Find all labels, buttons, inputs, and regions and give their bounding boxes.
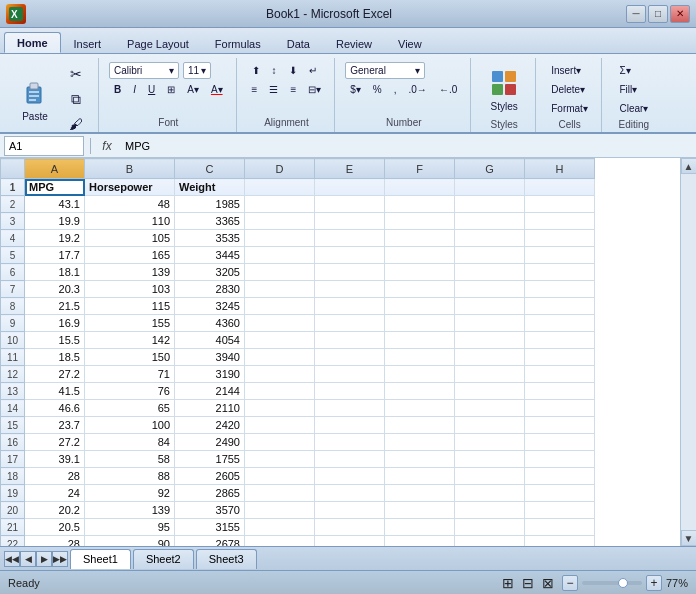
cell-a[interactable]: 19.9: [25, 213, 85, 230]
cell-empty[interactable]: [385, 502, 455, 519]
vertical-scrollbar[interactable]: ▲ ▼: [680, 158, 696, 546]
cell-empty[interactable]: [385, 383, 455, 400]
formula-input[interactable]: [121, 136, 692, 156]
clear-button[interactable]: Clear▾: [614, 100, 653, 117]
scroll-down-arrow[interactable]: ▼: [681, 530, 697, 546]
close-button[interactable]: ✕: [670, 5, 690, 23]
fill-button[interactable]: Fill▾: [614, 81, 642, 98]
row-number[interactable]: 9: [1, 315, 25, 332]
cell-b[interactable]: 84: [85, 434, 175, 451]
row-number[interactable]: 6: [1, 264, 25, 281]
cell-empty[interactable]: [455, 247, 525, 264]
row-number[interactable]: 8: [1, 298, 25, 315]
cell-b[interactable]: 71: [85, 366, 175, 383]
comma-button[interactable]: ,: [389, 81, 402, 98]
cell-a[interactable]: 18.5: [25, 349, 85, 366]
cell-c[interactable]: 2490: [175, 434, 245, 451]
cell-a[interactable]: 21.5: [25, 298, 85, 315]
align-middle-button[interactable]: ↕: [267, 62, 282, 79]
cell-b[interactable]: 100: [85, 417, 175, 434]
cell-a[interactable]: 28: [25, 536, 85, 547]
cell-empty[interactable]: [245, 417, 315, 434]
cell-a[interactable]: 39.1: [25, 451, 85, 468]
cell-empty[interactable]: [455, 332, 525, 349]
cell-empty[interactable]: [245, 196, 315, 213]
cell-empty[interactable]: [455, 502, 525, 519]
cell-a[interactable]: 28: [25, 468, 85, 485]
cell-empty[interactable]: [455, 213, 525, 230]
font-name-dropdown[interactable]: Calibri▾: [109, 62, 179, 79]
col-header-C[interactable]: C: [175, 159, 245, 179]
cell-b[interactable]: 110: [85, 213, 175, 230]
copy-button[interactable]: ⧉: [62, 87, 90, 111]
cell-empty[interactable]: [525, 502, 595, 519]
row-number[interactable]: 5: [1, 247, 25, 264]
row-number[interactable]: 18: [1, 468, 25, 485]
cell-empty[interactable]: [385, 281, 455, 298]
cell-c[interactable]: 2605: [175, 468, 245, 485]
cell-empty[interactable]: [315, 451, 385, 468]
cell-empty[interactable]: [525, 298, 595, 315]
cell-empty[interactable]: [455, 264, 525, 281]
cell-a[interactable]: 23.7: [25, 417, 85, 434]
cell-empty[interactable]: [385, 468, 455, 485]
cell-a[interactable]: 18.1: [25, 264, 85, 281]
increase-decimal-button[interactable]: .0→: [404, 81, 432, 98]
cell-b[interactable]: 155: [85, 315, 175, 332]
cell-empty[interactable]: [455, 468, 525, 485]
tab-view[interactable]: View: [385, 33, 435, 53]
cell-a[interactable]: 41.5: [25, 383, 85, 400]
sheet-tab-3[interactable]: Sheet3: [196, 549, 257, 569]
cell-empty[interactable]: [525, 383, 595, 400]
cell-empty[interactable]: [525, 264, 595, 281]
currency-button[interactable]: $▾: [345, 81, 366, 98]
cell-empty[interactable]: [315, 247, 385, 264]
cell-empty[interactable]: [525, 434, 595, 451]
cell-empty[interactable]: [455, 519, 525, 536]
cell-empty[interactable]: [245, 315, 315, 332]
cell-empty[interactable]: [245, 485, 315, 502]
cell-c[interactable]: 3205: [175, 264, 245, 281]
cell-a[interactable]: 16.9: [25, 315, 85, 332]
cell-c[interactable]: 3190: [175, 366, 245, 383]
cell-c[interactable]: 2420: [175, 417, 245, 434]
cell-c[interactable]: 4054: [175, 332, 245, 349]
cell-empty[interactable]: [315, 400, 385, 417]
sheet-tab-2[interactable]: Sheet2: [133, 549, 194, 569]
align-left-button[interactable]: ≡: [247, 81, 263, 98]
cell-empty[interactable]: [245, 383, 315, 400]
cell-empty[interactable]: [385, 519, 455, 536]
cell-empty[interactable]: [315, 536, 385, 547]
cell-empty[interactable]: [455, 366, 525, 383]
tab-page-layout[interactable]: Page Layout: [114, 33, 202, 53]
cell-empty[interactable]: [245, 349, 315, 366]
cell-empty[interactable]: [525, 536, 595, 547]
tab-data[interactable]: Data: [274, 33, 323, 53]
cell-b[interactable]: 142: [85, 332, 175, 349]
align-bottom-button[interactable]: ⬇: [284, 62, 302, 79]
cell-empty[interactable]: [385, 196, 455, 213]
insert-cells-button[interactable]: Insert▾: [546, 62, 586, 79]
align-right-button[interactable]: ≡: [285, 81, 301, 98]
cell-empty[interactable]: [455, 485, 525, 502]
cell-empty[interactable]: [315, 383, 385, 400]
cell-empty[interactable]: [525, 349, 595, 366]
cell-empty[interactable]: [525, 332, 595, 349]
col-header-G[interactable]: G: [455, 159, 525, 179]
cell-empty[interactable]: [525, 196, 595, 213]
cell-empty[interactable]: [315, 468, 385, 485]
row-number[interactable]: 17: [1, 451, 25, 468]
cell-a[interactable]: MPG: [25, 179, 85, 196]
cell-empty[interactable]: [455, 434, 525, 451]
cell-a[interactable]: 24: [25, 485, 85, 502]
row-number[interactable]: 14: [1, 400, 25, 417]
format-painter-button[interactable]: 🖌: [62, 112, 90, 136]
cell-empty[interactable]: [245, 536, 315, 547]
view-preview-button[interactable]: ⊠: [542, 575, 554, 591]
cell-empty[interactable]: [455, 230, 525, 247]
row-number[interactable]: 11: [1, 349, 25, 366]
cell-empty[interactable]: [385, 213, 455, 230]
italic-button[interactable]: I: [128, 81, 141, 98]
col-header-B[interactable]: B: [85, 159, 175, 179]
row-number[interactable]: 3: [1, 213, 25, 230]
